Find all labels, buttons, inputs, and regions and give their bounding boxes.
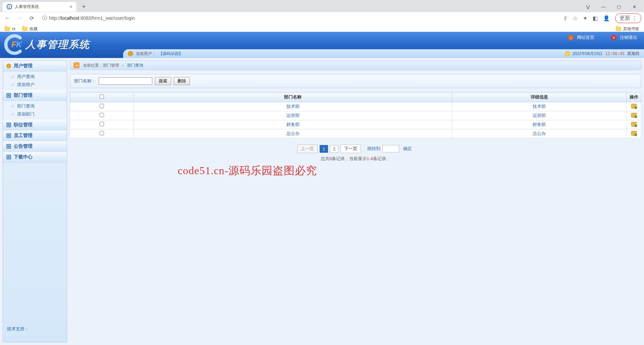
users-icon	[6, 64, 11, 68]
extensions-icon[interactable]: ✦	[583, 15, 587, 21]
site-info-icon[interactable]: ⓘ	[42, 15, 47, 21]
dept-detail-link[interactable]: 运营部	[533, 113, 546, 118]
page-2-button[interactable]: 2	[330, 145, 338, 153]
edit-icon[interactable]	[631, 104, 637, 109]
reload-button[interactable]: ⟳	[27, 13, 36, 23]
home-link[interactable]: ⌂ 网站首页	[568, 34, 594, 41]
goto-confirm-button[interactable]: 确定	[401, 146, 414, 152]
table-row: 财务部财务部	[70, 120, 641, 129]
dept-table: 部门名称 详细信息 操作 技术部技术部运营部运营部财务部财务部总公办总公办	[70, 92, 641, 138]
folder-icon	[616, 27, 621, 31]
breadcrumb-current: 部门查询	[127, 63, 143, 68]
bookmark-item-favorites[interactable]: 收藏	[22, 26, 38, 32]
window-close-icon[interactable]: ✕	[627, 2, 641, 11]
dept-detail-link[interactable]: 总公办	[533, 131, 546, 136]
select-all-checkbox[interactable]	[100, 94, 104, 99]
home-icon: ⌂	[568, 35, 574, 40]
share-icon[interactable]: ⇪	[563, 15, 568, 21]
goto-page-input[interactable]	[382, 145, 399, 152]
tab-title: 人事管理系统	[15, 4, 39, 10]
next-page-button[interactable]: 下一页	[340, 144, 361, 153]
row-checkbox[interactable]	[100, 113, 104, 117]
sidebar-group-users[interactable]: 用户管理	[3, 61, 67, 71]
status-bar: 当前用户：【源码乐园】 2022年06月23日 12:50:45 星期四	[123, 49, 644, 58]
logout-link-label: 注销退出	[620, 34, 637, 41]
goto-label: 跳转到	[367, 146, 380, 152]
tab-close-icon[interactable]: ×	[70, 4, 72, 9]
search-button[interactable]: 搜索	[155, 77, 171, 85]
module-icon	[6, 144, 11, 149]
browser-chrome: C 人事管理系统 × + ⋁ — ▢ ✕ ← → ⟳ ⓘ http://loca…	[0, 0, 644, 32]
sidebar-group-download[interactable]: 下载中心	[3, 152, 67, 162]
sidebar-item-dept-add[interactable]: 添加部门	[3, 110, 67, 118]
prev-page-button[interactable]: 上一页	[297, 144, 318, 153]
dept-name-link[interactable]: 技术部	[286, 104, 300, 109]
profile-icon[interactable]: 👤	[603, 15, 610, 21]
sidebar-item-user-query[interactable]: 用户查询	[3, 73, 67, 81]
search-label: 部门名称：	[74, 78, 96, 84]
edit-icon[interactable]	[631, 131, 637, 136]
module-icon	[6, 133, 11, 138]
logo-icon: FK	[3, 34, 25, 55]
dept-name-link[interactable]: 运营部	[286, 113, 300, 118]
bullet-icon	[12, 84, 14, 86]
back-button[interactable]: ←	[3, 13, 12, 23]
main-layout: 用户管理 用户查询 添加用户 部门管理 部门查询 添加部门 职位管理 员工管理 …	[0, 58, 644, 345]
logo: FK 人事管理系统	[3, 34, 90, 55]
window-maximize-icon[interactable]: ▢	[612, 2, 626, 11]
dept-detail-link[interactable]: 财务部	[533, 122, 546, 127]
sidebar-group-notice[interactable]: 公告管理	[3, 141, 67, 152]
bookmark-star-icon[interactable]: ☆	[573, 15, 578, 21]
pagination-info: 总共8条记录，当前显示1-4条记录。	[70, 156, 641, 162]
dept-name-link[interactable]: 总公办	[286, 131, 300, 136]
sidebar-group-position[interactable]: 职位管理	[3, 120, 67, 130]
col-action: 操作	[627, 92, 641, 102]
table-row: 技术部技术部	[70, 102, 641, 111]
window-dropdown-icon[interactable]: ⋁	[581, 2, 595, 11]
table-row: 总公办总公办	[70, 129, 641, 138]
bullet-icon	[12, 113, 14, 115]
bookmark-item-rx[interactable]: rx	[5, 26, 15, 31]
sidebar-group-employee[interactable]: 员工管理	[3, 130, 67, 141]
sidebar: 用户管理 用户查询 添加用户 部门管理 部门查询 添加部门 职位管理 员工管理 …	[3, 61, 67, 342]
browser-tab[interactable]: C 人事管理系统 ×	[3, 2, 76, 12]
dept-name-link[interactable]: 财务部	[286, 122, 300, 127]
svg-text:K: K	[16, 40, 22, 49]
row-checkbox[interactable]	[100, 131, 104, 135]
content-area: ➜ 当前位置：部门管理 › 部门查询 部门名称： 搜索 删除 部门名称 详细信息…	[70, 61, 641, 342]
address-bar: ← → ⟳ ⓘ http://localhost:8083/hrm1_war/u…	[0, 12, 644, 24]
clock-icon	[565, 51, 570, 56]
dept-name-input[interactable]	[99, 77, 152, 85]
sidebar-item-user-add[interactable]: 添加用户	[3, 81, 67, 89]
dept-detail-link[interactable]: 技术部	[533, 104, 546, 109]
table-row: 运营部运营部	[70, 111, 641, 120]
window-minimize-icon[interactable]: —	[596, 2, 610, 11]
tab-bar: C 人事管理系统 × + ⋁ — ▢ ✕	[0, 0, 644, 12]
breadcrumb: ➜ 当前位置：部门管理 › 部门查询	[70, 61, 641, 70]
sidebar-group-dept[interactable]: 部门管理	[3, 90, 67, 101]
page-1-button[interactable]: 1	[320, 145, 328, 153]
app-header: FK 人事管理系统 ⌂ 网站首页 ✕ 注销退出 当前用户：【源码乐园】 2022…	[0, 32, 644, 58]
row-checkbox[interactable]	[100, 122, 104, 126]
current-time: 2022年06月23日 12:50:45 星期四	[565, 51, 639, 57]
side-panel-icon[interactable]: ◧	[593, 15, 598, 21]
forward-button[interactable]: →	[15, 13, 24, 23]
module-icon	[6, 123, 11, 127]
module-icon	[6, 93, 11, 98]
folder-icon	[22, 27, 28, 31]
url-input[interactable]: ⓘ http://localhost:8083/hrm1_war/user/lo…	[39, 15, 560, 21]
edit-icon[interactable]	[631, 122, 637, 127]
sidebar-item-dept-query[interactable]: 部门查询	[3, 102, 67, 110]
row-checkbox[interactable]	[100, 104, 104, 108]
logout-link[interactable]: ✕ 注销退出	[611, 34, 637, 41]
pagination: 上一页 1 2 下一页 跳转到 确定 总共8条记录，当前显示1-4条记录。	[70, 144, 641, 162]
update-button[interactable]: 更新 ⋮	[615, 13, 641, 23]
edit-icon[interactable]	[631, 113, 637, 118]
delete-button[interactable]: 删除	[174, 77, 190, 85]
module-icon	[6, 155, 11, 159]
logout-icon: ✕	[611, 35, 616, 40]
new-tab-button[interactable]: +	[79, 3, 89, 10]
window-controls: ⋁ — ▢ ✕	[581, 2, 641, 11]
other-bookmarks[interactable]: 其他书签	[616, 26, 639, 32]
favicon-icon: C	[7, 4, 12, 9]
